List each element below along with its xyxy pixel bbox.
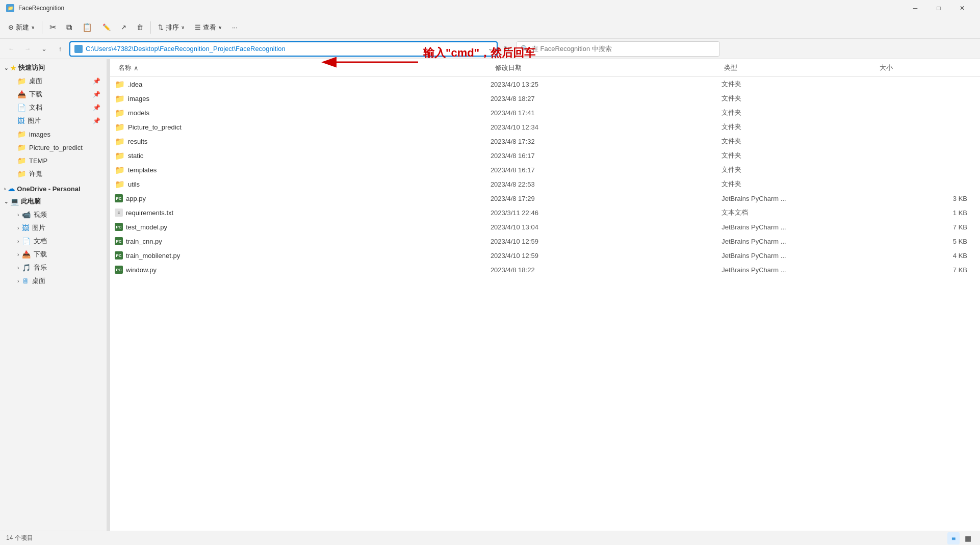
close-button[interactable]: ✕: [950, 0, 974, 16]
file-list-body: 📁 .idea 2023/4/10 13:25 文件夹 📁 images 202…: [110, 77, 980, 531]
table-row[interactable]: 📁 templates 2023/4/8 16:17 文件夹: [110, 163, 980, 177]
sidebar-item-documents2[interactable]: › 📄 文档: [2, 235, 105, 248]
folder-icon: 📁: [115, 108, 125, 118]
col-header-name[interactable]: 名称 ∧: [114, 61, 491, 74]
sidebar-item-xuweng[interactable]: 📁 许嵬: [2, 167, 105, 180]
file-name-cell: PC test_model.py: [115, 223, 486, 231]
sidebar-item-downloads[interactable]: 📥 下载 📌: [2, 88, 105, 101]
col-header-type[interactable]: 类型: [720, 61, 875, 74]
maximize-button[interactable]: □: [927, 0, 950, 16]
sort-icon: ⇅: [158, 23, 164, 31]
address-input[interactable]: [86, 45, 485, 53]
view-chevron-icon: ∨: [218, 24, 222, 30]
file-type: JetBrains PyCharm ...: [717, 238, 874, 245]
xuweng-folder-icon: 📁: [17, 170, 26, 178]
sidebar-desktop-label: 桌面: [29, 76, 42, 86]
rename-button[interactable]: ✏️: [98, 19, 115, 36]
share-button[interactable]: ↗: [117, 19, 131, 36]
up-button[interactable]: ↑: [53, 42, 67, 56]
grid-view-button[interactable]: ▦: [962, 532, 974, 544]
sort-chevron-icon: ∨: [181, 24, 185, 30]
sidebar-item-music[interactable]: › 🎵 音乐: [2, 261, 105, 274]
thispc-icon: 💻: [10, 197, 19, 205]
file-name: train_mobilenet.py: [126, 252, 180, 259]
file-area: 名称 ∧ 修改日期 类型 大小 📁 .idea 2023/4/10 13:25 …: [110, 59, 980, 531]
col-header-date[interactable]: 修改日期: [491, 61, 720, 74]
table-row[interactable]: PC train_cnn.py 2023/4/10 12:59 JetBrain…: [110, 234, 980, 248]
table-row[interactable]: PC app.py 2023/4/8 17:29 JetBrains PyCha…: [110, 191, 980, 205]
table-row[interactable]: PC window.py 2023/4/8 18:22 JetBrains Py…: [110, 263, 980, 277]
sidebar-item-desktop2[interactable]: › 🖥 桌面: [2, 274, 105, 288]
address-row: ← → ⌄ ↑ ⌄ ↻ 🔍: [0, 39, 980, 59]
table-row[interactable]: 📁 Picture_to_predict 2023/4/10 12:34 文件夹: [110, 120, 980, 134]
item-count: 14 个项目: [6, 534, 33, 542]
table-row[interactable]: 📁 static 2023/4/8 16:17 文件夹: [110, 148, 980, 163]
file-name: images: [128, 95, 149, 102]
file-date: 2023/4/8 16:17: [486, 166, 717, 174]
sidebar-group-thispc[interactable]: ⌄ 💻 此电脑: [0, 195, 107, 208]
table-row[interactable]: 📁 results 2023/4/8 17:32 文件夹: [110, 134, 980, 148]
sidebar-item-pictures[interactable]: 🖼 图片 📌: [2, 114, 105, 127]
address-folder-icon: [74, 45, 83, 53]
sidebar-item-desktop[interactable]: 📁 桌面 📌: [2, 74, 105, 88]
txt-icon: ≡: [115, 209, 123, 217]
forward-button[interactable]: →: [20, 42, 35, 56]
search-input[interactable]: [532, 45, 715, 53]
file-name-cell: 📁 models: [115, 108, 486, 118]
table-row[interactable]: 📁 utils 2023/4/8 22:53 文件夹: [110, 177, 980, 191]
desktop-folder-icon: 📁: [17, 77, 26, 85]
sidebar: ⌄ ★ 快速访问 📁 桌面 📌 📥 下载 📌 📄 文档 📌 🖼 图片 📌: [0, 59, 107, 531]
sidebar-item-video[interactable]: › 📹 视频: [2, 208, 105, 221]
sidebar-item-documents[interactable]: 📄 文档 📌: [2, 101, 105, 114]
file-type: JetBrains PyCharm ...: [717, 252, 874, 259]
file-name-cell: 📁 .idea: [115, 80, 486, 89]
file-name: Picture_to_predict: [128, 123, 182, 131]
table-row[interactable]: PC train_mobilenet.py 2023/4/10 12:59 Je…: [110, 248, 980, 263]
cut-button[interactable]: ✂: [45, 19, 60, 36]
toolbar-separator-2: [150, 21, 151, 34]
delete-button[interactable]: 🗑: [133, 19, 147, 36]
view-button[interactable]: ☰ 查看 ∨: [191, 19, 226, 36]
sidebar-item-picture-to-predict[interactable]: 📁 Picture_to_predict: [2, 141, 105, 154]
minimize-button[interactable]: ─: [904, 0, 927, 16]
copy-button[interactable]: ⧉: [62, 19, 76, 36]
table-row[interactable]: 📁 models 2023/4/8 17:41 文件夹: [110, 106, 980, 120]
sort-button[interactable]: ⇅ 排序 ∨: [154, 19, 189, 36]
file-name: requirements.txt: [126, 209, 173, 217]
search-bar[interactable]: 🔍: [516, 41, 720, 57]
file-date: 2023/4/8 18:22: [486, 266, 717, 274]
table-row[interactable]: 📁 .idea 2023/4/10 13:25 文件夹: [110, 77, 980, 91]
file-name-cell: 📁 Picture_to_predict: [115, 122, 486, 132]
paste-button[interactable]: 📋: [78, 19, 96, 36]
list-view-button[interactable]: ≡: [947, 532, 960, 544]
thispc-chevron-icon: ⌄: [4, 199, 8, 204]
more-button[interactable]: ···: [228, 19, 242, 36]
file-name-cell: 📁 images: [115, 94, 486, 103]
address-bar[interactable]: ⌄: [69, 41, 498, 57]
sidebar-group-onedrive[interactable]: › ☁ OneDrive - Personal: [0, 183, 107, 195]
file-size: 5 KB: [874, 238, 975, 245]
table-row[interactable]: ≡ requirements.txt 2023/3/11 22:46 文本文档 …: [110, 205, 980, 220]
sidebar-group-quick-access[interactable]: ⌄ ★ 快速访问: [0, 61, 107, 74]
folder-icon: 📁: [115, 165, 125, 175]
pictures-pin-icon: 📌: [93, 117, 100, 124]
sidebar-item-temp[interactable]: 📁 TEMP: [2, 154, 105, 167]
new-button[interactable]: ⊕ 新建 ∨: [4, 19, 39, 36]
refresh-button[interactable]: ↻: [500, 42, 514, 56]
back-button[interactable]: ←: [4, 42, 18, 56]
downloads-folder-icon: 📥: [17, 90, 26, 98]
table-row[interactable]: PC test_model.py 2023/4/10 13:04 JetBrai…: [110, 220, 980, 234]
file-date: 2023/4/8 17:29: [486, 195, 717, 202]
file-date: 2023/4/8 17:41: [486, 109, 717, 117]
table-row[interactable]: 📁 images 2023/4/8 18:27 文件夹: [110, 91, 980, 106]
sidebar-item-pictures2[interactable]: › 🖼 图片: [2, 221, 105, 235]
dropdown-button[interactable]: ⌄: [37, 42, 51, 56]
file-name-cell: PC app.py: [115, 194, 486, 202]
sidebar-item-downloads2[interactable]: › 📥 下载: [2, 248, 105, 261]
window-title: FaceRecognition: [18, 5, 64, 12]
sidebar-item-images[interactable]: 📁 images: [2, 127, 105, 141]
documents-pin-icon: 📌: [93, 104, 100, 111]
address-dropdown-icon[interactable]: ⌄: [488, 45, 493, 52]
video-expand-icon: ›: [17, 212, 19, 218]
col-header-size[interactable]: 大小: [875, 61, 976, 74]
